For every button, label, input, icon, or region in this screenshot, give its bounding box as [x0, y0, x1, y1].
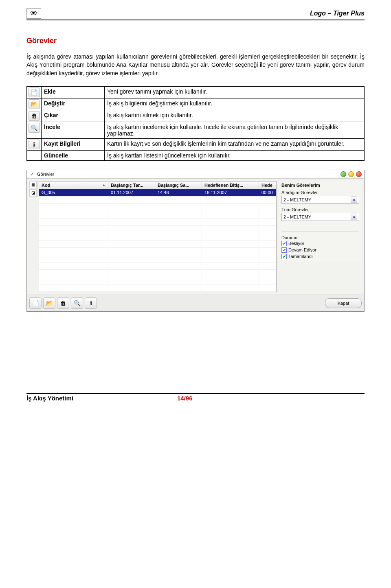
status-checkbox-row[interactable]: ✔Tamamlandı — [281, 254, 359, 259]
gutter-icon-2[interactable]: ◪ — [29, 189, 37, 197]
status-checkbox-row[interactable]: ✔Devam Ediyor — [281, 247, 359, 253]
window-title: Görevler — [37, 172, 54, 177]
col-header-kod[interactable]: Kod ▲ — [39, 181, 108, 189]
chevron-down-icon: ◆ — [351, 197, 357, 203]
window-minimize-icon[interactable] — [340, 171, 346, 177]
close-button-label: Kapat — [338, 301, 349, 306]
panel-atadigim-label: Atadığım Görevler — [281, 190, 359, 195]
action-desc: Yeni görev tanımı yapmak için kullanılır… — [105, 86, 365, 98]
checkbox-icon[interactable]: ✔ — [281, 241, 287, 246]
table-row[interactable]: G_00501.11.200714:4616.11.200700:00 — [39, 189, 276, 197]
page-footer: İş Akış Yönetimi 14/96 — [26, 393, 365, 402]
header-title: Logo – Tiger Plus — [310, 10, 365, 17]
tasks-window: ✓ Görevler ▦ ◪ Kod ▲ — [26, 170, 365, 312]
delete-icon: 🗑 — [27, 110, 42, 122]
section-title: Görevler — [26, 37, 365, 45]
table-row[interactable] — [39, 226, 276, 233]
col-header-hedef-bitis[interactable]: Hedeflenen Bitiş... — [202, 181, 259, 189]
logo-icon: 👁 — [26, 8, 41, 19]
table-row[interactable] — [39, 240, 276, 248]
table-row[interactable] — [39, 262, 276, 270]
side-panel: Benim Görevlerim Atadığım Görevler 2 - M… — [279, 181, 362, 262]
tasks-grid[interactable]: Kod ▲ Başlangıç Tar... Başlangıç Sa... H… — [39, 181, 277, 292]
checkbox-icon[interactable]: ✔ — [281, 254, 287, 259]
actions-row: 🗑Çıkarİş akış kartını silmek için kullan… — [27, 110, 365, 122]
table-row[interactable] — [39, 211, 276, 219]
checkbox-icon[interactable]: ✔ — [281, 247, 287, 253]
actions-row: 🔍İnceleİş akış kartını incelemek için ku… — [27, 122, 365, 138]
footer-toolbar: 📄📂🗑🔍ℹ — [29, 297, 97, 309]
panel-tum-select[interactable]: 2 - MELTEMY ◆ — [281, 213, 359, 221]
action-name: Ekle — [42, 86, 105, 98]
col-header-baslangic-sa[interactable]: Başlangıç Sa... — [155, 181, 202, 189]
record-info-icon: ℹ — [27, 138, 42, 150]
window-controls — [340, 171, 362, 177]
page-header: 👁 Logo – Tiger Plus — [26, 8, 365, 20]
window-app-icon: ✓ — [29, 171, 35, 177]
action-name: Kayıt Bilgileri — [42, 138, 105, 150]
panel-durumu-label: Durumu — [281, 235, 359, 240]
edit-button[interactable]: 📂 — [43, 297, 55, 309]
action-desc: Kartın ilk kayıt ve son değişiklik işlem… — [105, 138, 365, 150]
inspect-button[interactable]: 🔍 — [71, 297, 83, 309]
delete-button[interactable]: 🗑 — [57, 297, 69, 309]
grid-left-gutter: ▦ ◪ — [29, 181, 37, 197]
table-row[interactable] — [39, 233, 276, 240]
edit-icon: 📂 — [27, 98, 42, 110]
panel-tum-label: Tüm Görevler — [281, 207, 359, 212]
actions-row: 📄EkleYeni görev tanımı yapmak için kulla… — [27, 86, 365, 98]
panel-atadigim-select[interactable]: 2 - MELTEMY ◆ — [281, 196, 359, 204]
actions-row: 📂Değiştirİş akış bilgilerini değiştirmek… — [27, 98, 365, 110]
table-row[interactable] — [39, 204, 276, 211]
table-row[interactable] — [39, 277, 276, 284]
status-checkbox-row[interactable]: ✔Bekliyor — [281, 241, 359, 246]
inspect-icon: 🔍 — [27, 122, 42, 138]
close-button[interactable]: Kapat — [325, 298, 362, 308]
table-row[interactable] — [39, 255, 276, 262]
window-titlebar: ✓ Görevler — [27, 170, 364, 179]
status-checkbox-label: Bekliyor — [288, 241, 304, 246]
table-row[interactable] — [39, 248, 276, 255]
panel-title: Benim Görevlerim — [281, 183, 359, 188]
col-header-kod-label: Kod — [42, 183, 50, 188]
refresh — [27, 150, 42, 160]
col-header-baslangic-tar[interactable]: Başlangıç Tar... — [108, 181, 155, 189]
footer-page: 14/96 — [177, 395, 193, 402]
chevron-down-icon: ◆ — [351, 214, 357, 220]
action-name: Değiştir — [42, 98, 105, 110]
action-name: İncele — [42, 122, 105, 138]
add-icon: 📄 — [27, 86, 42, 98]
action-desc: İş akış kartları listesini güncellemek i… — [105, 150, 365, 160]
sort-indicator-icon: ▲ — [102, 183, 105, 187]
action-desc: İş akış bilgilerini değiştirmek için kul… — [105, 98, 365, 110]
status-checkbox-label: Tamamlandı — [288, 254, 313, 259]
table-row[interactable] — [39, 197, 276, 204]
actions-row: ℹKayıt BilgileriKartın ilk kayıt ve son … — [27, 138, 365, 150]
action-desc: İş akış kartını incelemek için kullanılı… — [105, 122, 365, 138]
intro-paragraph: İş akışında görev ataması yapılan kullan… — [26, 52, 365, 77]
window-close-icon[interactable] — [356, 171, 362, 177]
window-footer: 📄📂🗑🔍ℹ Kapat — [27, 295, 364, 311]
panel-divider — [281, 232, 359, 232]
window-maximize-icon[interactable] — [348, 171, 354, 177]
footer-left: İş Akış Yönetimi — [26, 395, 177, 402]
actions-table: 📄EkleYeni görev tanımı yapmak için kulla… — [26, 86, 365, 161]
info-button[interactable]: ℹ — [85, 297, 97, 309]
gutter-icon-1[interactable]: ▦ — [29, 181, 37, 188]
table-row[interactable] — [39, 270, 276, 277]
action-name: Çıkar — [42, 110, 105, 122]
col-header-hede[interactable]: Hede — [259, 181, 276, 189]
status-checkbox-label: Devam Ediyor — [288, 247, 316, 252]
action-name: Güncelle — [42, 150, 105, 160]
table-row[interactable] — [39, 219, 276, 226]
grid-header[interactable]: Kod ▲ Başlangıç Tar... Başlangıç Sa... H… — [39, 181, 276, 189]
table-row[interactable] — [39, 284, 276, 292]
actions-row: Güncelleİş akış kartları listesini günce… — [27, 150, 365, 160]
action-desc: İş akış kartını silmek için kullanılır. — [105, 110, 365, 122]
panel-atadigim-value: 2 - MELTEMY — [283, 197, 311, 202]
add-button[interactable]: 📄 — [29, 297, 42, 309]
panel-tum-value: 2 - MELTEMY — [283, 214, 311, 219]
